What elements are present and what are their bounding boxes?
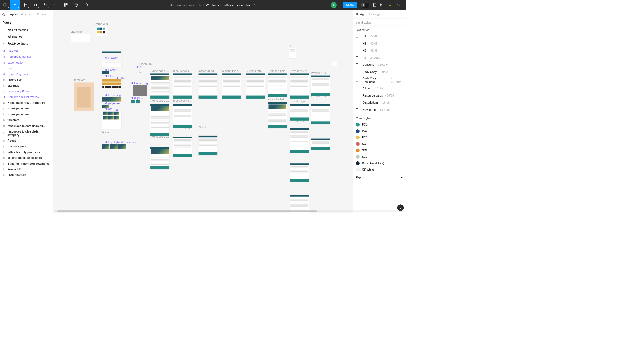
canvas-frame[interactable]	[289, 48, 296, 58]
design-tab[interactable]: Design	[356, 13, 365, 16]
canvas-frame[interactable]	[173, 137, 192, 157]
canvas-frame[interactable]	[311, 76, 330, 96]
canvas-frame[interactable]	[102, 111, 121, 129]
canvas-frame[interactable]	[136, 100, 140, 103]
canvas-frame-label[interactable]: ❖ res…	[105, 107, 115, 111]
canvas-frame-label[interactable]: Provider Q&A	[290, 69, 307, 73]
zoom-menu[interactable]: 6% ▼	[396, 3, 403, 7]
comment-tool[interactable]	[81, 0, 91, 10]
text-style-row[interactable]: TH4 · 24/Auto	[353, 54, 406, 61]
document-title[interactable]: Fatherhood resource hub / Wireframes-Fat…	[91, 3, 331, 7]
layer-row[interactable]: ◇Nav	[0, 65, 53, 71]
canvas-frame-label[interactable]: site map	[71, 30, 82, 34]
layers-tab[interactable]: Layers	[9, 13, 18, 16]
canvas-frame[interactable]	[150, 104, 169, 136]
layer-row[interactable]: resource page	[0, 144, 53, 149]
text-tool[interactable]: T	[51, 0, 61, 10]
text-style-row[interactable]: TBody Copy Demibold · 20/Auto	[353, 76, 406, 85]
color-style-row[interactable]: SC1	[353, 141, 406, 147]
pen-tool[interactable]: ▼	[41, 0, 51, 10]
canvas-frame-label[interactable]: Frame 309	[94, 23, 108, 26]
text-style-row[interactable]: TCaptions · 24/Auto	[353, 61, 406, 68]
layer-row[interactable]: From the field	[0, 172, 53, 178]
layer-row[interactable]: ❖Home Page Nav	[0, 71, 53, 77]
canvas-frame[interactable]	[311, 139, 330, 150]
missing-fonts-indicator[interactable]: A?	[389, 3, 392, 6]
horizontal-scrollbar[interactable]	[54, 210, 405, 212]
canvas-frame[interactable]	[150, 147, 169, 169]
layer-row[interactable]: Frame 377	[0, 167, 53, 172]
prototype-tab[interactable]: Prototype	[369, 13, 382, 16]
canvas-frame[interactable]	[95, 26, 107, 36]
layer-row[interactable]: ❖Remove account overlay	[0, 94, 53, 100]
canvas-frame[interactable]	[102, 82, 121, 85]
text-style-row[interactable]: TH2 · 40/47	[353, 40, 406, 47]
canvas-frame-label[interactable]: Fram…	[102, 131, 112, 134]
library-icon[interactable]	[373, 3, 377, 7]
canvas-frame-label[interactable]: father friendl…	[199, 69, 217, 73]
color-style-row[interactable]: SC2	[353, 147, 406, 154]
color-style-row[interactable]: Off White	[353, 167, 406, 173]
canvas-frame[interactable]	[268, 73, 287, 97]
move-tool[interactable]: ▼	[10, 0, 20, 10]
canvas-frame-label[interactable]: Provider Q&…	[311, 71, 330, 75]
layer-row[interactable]: ◇Secondary Button	[0, 89, 53, 94]
layer-row[interactable]: resources to give dads-category	[0, 129, 53, 138]
color-style-row[interactable]: PC3	[353, 134, 406, 141]
shape-tool[interactable]: ▼	[30, 0, 41, 10]
canvas-frame[interactable]	[290, 128, 309, 153]
layer-row[interactable]: resources to give dads-alt1	[0, 123, 53, 129]
present-button[interactable]: ▼	[380, 3, 386, 7]
add-page-button[interactable]: +	[48, 21, 50, 25]
dev-mode-toggle[interactable]: ⟨⟩	[360, 2, 369, 8]
page-selector[interactable]: Protoy… ⌃	[37, 13, 51, 16]
canvas-frame[interactable]	[102, 52, 121, 53]
canvas-frame[interactable]	[173, 104, 192, 128]
canvas-frame[interactable]	[131, 100, 135, 103]
canvas-frame-label[interactable]: resources to …	[173, 69, 193, 73]
canvas-frame-label[interactable]: resources to …	[173, 99, 193, 103]
canvas-frame[interactable]	[102, 86, 121, 91]
assets-tab[interactable]: Assets	[21, 13, 30, 16]
resources-tool[interactable]	[61, 0, 71, 10]
canvas-frame[interactable]	[102, 144, 126, 149]
main-menu-button[interactable]: ▼	[0, 0, 10, 10]
text-style-row[interactable]: TH1 · 72/64	[353, 33, 406, 40]
canvas-frame[interactable]	[246, 73, 265, 99]
canvas-frame-label[interactable]: ❖ Home Pag…	[131, 82, 151, 85]
hand-tool[interactable]	[71, 0, 81, 10]
canvas-frame-label[interactable]: ❖ page hea…	[105, 102, 123, 105]
page-item[interactable]: Prototype draft1	[0, 40, 53, 47]
text-style-row[interactable]: TNav menu · 18/Auto	[353, 106, 406, 113]
canvas-frame[interactable]	[290, 104, 309, 121]
canvas-frame-label[interactable]: ❖ Footer	[105, 68, 116, 72]
color-style-row[interactable]: PC1	[353, 122, 406, 128]
canvas-frame[interactable]	[102, 61, 121, 67]
color-style-row[interactable]: Dark Blue (Black)	[353, 160, 406, 167]
canvas-frame[interactable]	[199, 73, 218, 99]
layer-row[interactable]: Home page new	[0, 106, 53, 111]
canvas-frame[interactable]	[290, 73, 309, 99]
canvas-frame[interactable]	[71, 34, 90, 42]
canvas-frame-label[interactable]: About	[199, 126, 206, 129]
canvas-frame[interactable]	[199, 136, 218, 155]
layer-row[interactable]: About	[0, 138, 53, 144]
canvas-frame-label[interactable]: Home page …	[150, 69, 169, 73]
canvas-frame-label[interactable]: ❖ Highlighted resources h…	[105, 141, 141, 144]
canvas-frame[interactable]	[268, 102, 287, 128]
canvas-frame[interactable]	[173, 73, 192, 99]
canvas[interactable]: site mapFrame 309❖ Header❖ Footer❖ Pr…❖ …	[53, 10, 353, 213]
canvas-frame-label[interactable]: ❖ d…	[116, 108, 123, 112]
canvas-frame-label[interactable]: ❖ Header	[105, 56, 118, 60]
canvas-frame-label[interactable]: F…	[290, 45, 294, 48]
text-style-row[interactable]: TH3 · 32/32	[353, 47, 406, 54]
layer-row[interactable]: Making the case for dads	[0, 155, 53, 161]
page-item[interactable]: Wireframes	[0, 34, 53, 40]
layer-row[interactable]: Frame 309	[0, 77, 53, 83]
layer-row[interactable]: father friendly practices	[0, 149, 53, 155]
layer-row[interactable]: ❖Homepage banner	[0, 54, 53, 60]
layer-row[interactable]: template	[0, 117, 53, 123]
text-style-row[interactable]: TDescriptions · 16/18	[353, 99, 406, 106]
layer-row[interactable]: ❖QA card	[0, 48, 53, 54]
color-style-row[interactable]: PC2	[353, 128, 406, 134]
